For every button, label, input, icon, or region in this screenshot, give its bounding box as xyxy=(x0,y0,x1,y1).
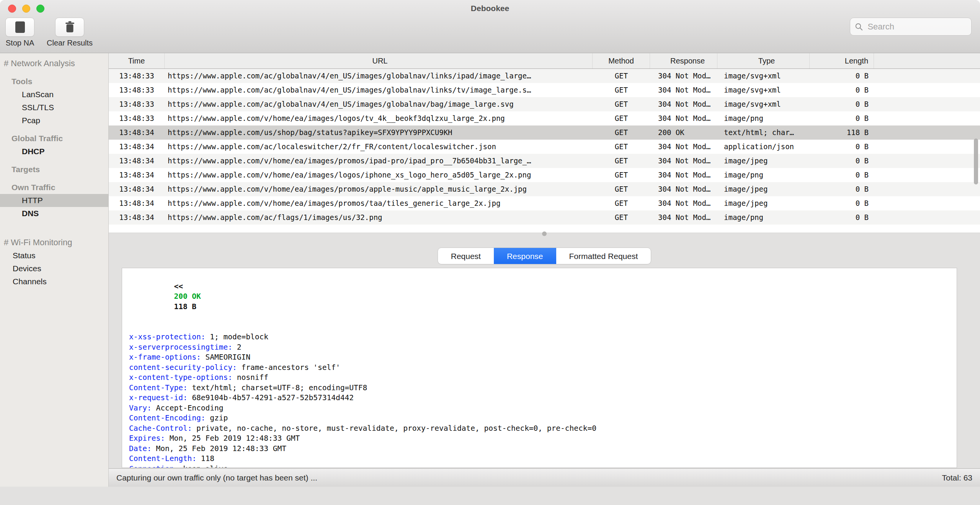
table-row[interactable]: 13:48:34 https://www.apple.com/v/home/ea… xyxy=(109,154,980,168)
column-header-filler[interactable] xyxy=(874,53,980,68)
sidebar-header-network-analysis[interactable]: # Network Analysis xyxy=(0,57,108,70)
sidebar-item-dns[interactable]: DNS xyxy=(0,207,108,220)
tab-formatted-request[interactable]: Formatted Request xyxy=(556,248,651,264)
header-value: Mon, 25 Feb 2019 12:48:33 GMT xyxy=(156,444,286,453)
header-name: x-frame-options xyxy=(129,353,206,362)
response-header-line: ExpiresMon, 25 Feb 2019 12:48:33 GMT xyxy=(129,433,950,444)
response-direction-prefix: << xyxy=(174,282,183,291)
sidebar-item-ssl-tls[interactable]: SSL/TLS xyxy=(0,101,108,114)
segmented-control: Request Response Formatted Request xyxy=(438,248,652,264)
cell-method: GET xyxy=(593,154,650,168)
cell-type: image/jpeg xyxy=(717,182,810,196)
cell-response: 304 Not Mod… xyxy=(650,111,717,125)
stop-na-toolbar-item: Stop NA xyxy=(5,18,34,47)
sidebar-item-devices[interactable]: Devices xyxy=(0,262,108,275)
total-count: Total: 63 xyxy=(942,473,972,482)
sidebar-header-wifi-monitoring[interactable]: # Wi-Fi Monitoring xyxy=(0,236,108,249)
cell-method: GET xyxy=(593,210,650,225)
cell-time: 13:48:33 xyxy=(109,83,165,97)
column-header-url[interactable]: URL xyxy=(165,53,593,68)
cell-url: https://www.apple.com/v/home/ea/images/l… xyxy=(165,111,593,125)
sidebar-item-channels[interactable]: Channels xyxy=(0,275,108,288)
cell-length: 0 B xyxy=(810,140,874,154)
sidebar-section-own-traffic[interactable]: Own Traffic xyxy=(0,181,108,194)
sidebar-item-lanscan[interactable]: LanScan xyxy=(0,88,108,101)
column-header-response[interactable]: Response xyxy=(650,53,717,68)
app-window: Debookee Stop NA Clear Results xyxy=(0,0,980,505)
cell-type: image/svg+xml xyxy=(717,69,810,83)
cell-type: image/png xyxy=(717,111,810,125)
header-name: Expires xyxy=(129,434,170,443)
header-name: Content-Encoding xyxy=(129,414,210,422)
cell-url: https://www.apple.com/v/home/ea/images/p… xyxy=(165,182,593,196)
header-name: Content-Length xyxy=(129,454,201,463)
table-row[interactable]: 13:48:34 https://www.apple.com/v/home/ea… xyxy=(109,168,980,182)
header-value: SAMEORIGIN xyxy=(206,353,250,362)
stop-na-button[interactable] xyxy=(5,18,34,37)
cell-time: 13:48:34 xyxy=(109,196,165,210)
cell-response: 304 Not Mod… xyxy=(650,182,717,196)
response-header-line: Content-Length118 xyxy=(129,454,950,464)
cell-response: 304 Not Mod… xyxy=(650,140,717,154)
cell-length: 0 B xyxy=(810,210,874,225)
table-scrollbar-thumb[interactable] xyxy=(974,138,978,184)
table-row[interactable]: 13:48:33 https://www.apple.com/ac/global… xyxy=(109,83,980,97)
header-value: Accept-Encoding xyxy=(156,404,223,412)
search-field[interactable] xyxy=(850,18,972,36)
cell-length: 0 B xyxy=(810,196,874,210)
cell-url: https://www.apple.com/ac/globalnav/4/en_… xyxy=(165,69,593,83)
table-row[interactable]: 13:48:34 https://www.apple.com/v/home/ea… xyxy=(109,182,980,196)
header-value: 2 xyxy=(237,343,242,352)
header-name: content-security-policy xyxy=(129,363,242,372)
table-row[interactable]: 13:48:33 https://www.apple.com/v/home/ea… xyxy=(109,111,980,125)
cell-url: https://www.apple.com/v/home/ea/images/p… xyxy=(165,154,593,168)
cell-response: 200 OK xyxy=(650,125,717,140)
column-header-type[interactable]: Type xyxy=(717,53,810,68)
header-value: private, no-cache, no-store, must-revali… xyxy=(196,424,596,433)
table-row[interactable]: 13:48:34 https://www.apple.com/us/shop/b… xyxy=(109,125,980,140)
cell-type: image/png xyxy=(717,168,810,182)
sidebar-section-targets[interactable]: Targets xyxy=(0,163,108,176)
column-header-method[interactable]: Method xyxy=(593,53,650,68)
window-chrome: Debookee Stop NA Clear Results xyxy=(0,0,980,53)
sidebar-item-status[interactable]: Status xyxy=(0,249,108,262)
cell-length: 0 B xyxy=(810,168,874,182)
column-header-length[interactable]: Length xyxy=(810,53,874,68)
response-header-line: x-content-type-optionsnosniff xyxy=(129,373,950,383)
search-input[interactable] xyxy=(867,21,967,32)
response-header-line: x-serverprocessingtime2 xyxy=(129,342,950,353)
response-panel[interactable]: << 200 OK 118 B x-xss-protection1; mode=… xyxy=(122,268,957,468)
table-row[interactable]: 13:48:34 https://www.apple.com/v/home/ea… xyxy=(109,196,980,210)
requests-table: Time URL Method Response Type Length xyxy=(109,53,980,233)
response-status-line: << 200 OK 118 B xyxy=(129,271,950,322)
sidebar-section-global-traffic[interactable]: Global Traffic xyxy=(0,132,108,145)
search-icon xyxy=(855,22,863,31)
table-row[interactable]: 13:48:33 https://www.apple.com/ac/global… xyxy=(109,69,980,83)
sidebar-item-pcap[interactable]: Pcap xyxy=(0,114,108,127)
clear-results-button[interactable] xyxy=(55,18,84,37)
table-row[interactable]: 13:48:33 https://www.apple.com/ac/global… xyxy=(109,97,980,111)
cell-method: GET xyxy=(593,69,650,83)
cell-type: image/jpeg xyxy=(717,196,810,210)
table-row[interactable]: 13:48:34 https://www.apple.com/ac/flags/… xyxy=(109,210,980,225)
sidebar-section-tools[interactable]: Tools xyxy=(0,75,108,88)
cell-url: https://www.apple.com/ac/globalnav/4/en_… xyxy=(165,83,593,97)
tab-request[interactable]: Request xyxy=(438,248,494,264)
cell-length: 0 B xyxy=(810,69,874,83)
tab-response[interactable]: Response xyxy=(494,248,556,264)
cell-method: GET xyxy=(593,140,650,154)
header-name: Date xyxy=(129,444,156,453)
cell-type: image/png xyxy=(717,210,810,225)
cell-method: GET xyxy=(593,196,650,210)
splitter-handle[interactable] xyxy=(542,231,547,236)
sidebar-item-dhcp[interactable]: DHCP xyxy=(0,145,108,158)
column-header-time[interactable]: Time xyxy=(109,53,165,68)
table-row[interactable]: 13:48:34 https://www.apple.com/ac/locale… xyxy=(109,140,980,154)
cell-method: GET xyxy=(593,83,650,97)
cell-time: 13:48:33 xyxy=(109,97,165,111)
sidebar-item-http[interactable]: HTTP xyxy=(0,194,108,207)
response-header-line: Content-Typetext/html; charset=UTF-8; en… xyxy=(129,383,950,393)
cell-url: https://www.apple.com/us/shop/bag/status… xyxy=(165,125,593,140)
window-title: Debookee xyxy=(0,4,980,13)
cell-type: application/json xyxy=(717,140,810,154)
